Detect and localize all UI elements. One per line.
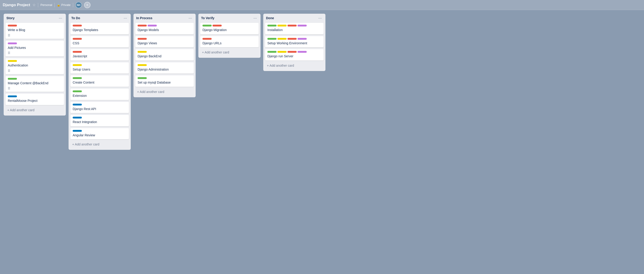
- label-red: [288, 38, 297, 40]
- label-red: [288, 25, 297, 26]
- visibility-label: Private: [61, 3, 70, 7]
- add-card-btn-inprocess[interactable]: + Add another card: [135, 89, 194, 95]
- card-labels-t6: [73, 90, 126, 92]
- card-d2[interactable]: Setup Working Environment: [265, 36, 324, 47]
- board-title: Django Project: [3, 3, 30, 7]
- card-c1[interactable]: Write a Blog☰: [6, 23, 64, 39]
- column-todo: To Do···Django TemplatesCSSJavascriptSet…: [68, 14, 131, 150]
- column-title-todo: To Do: [71, 16, 80, 20]
- add-card-btn-story[interactable]: + Add another card: [6, 107, 64, 113]
- label-red: [288, 51, 297, 53]
- card-c5[interactable]: RentalMoose Project: [6, 94, 64, 105]
- card-labels-t1: [73, 25, 126, 26]
- label-blue: [73, 130, 82, 132]
- card-labels-p2: [138, 38, 192, 40]
- card-title-t5: Create Content: [73, 80, 126, 85]
- card-footer-c2: ☰: [8, 51, 62, 54]
- label-blue: [73, 117, 82, 118]
- card-d1[interactable]: Installation: [265, 23, 324, 34]
- lock-icon: 🔒: [57, 3, 60, 7]
- card-title-t1: Django Templates: [73, 28, 126, 32]
- card-labels-t3: [73, 51, 126, 53]
- card-labels-t2: [73, 38, 126, 40]
- card-title-c3: Authentication: [8, 63, 62, 68]
- card-title-t9: Angular Review: [73, 133, 126, 138]
- card-t5[interactable]: Create Content: [70, 75, 129, 87]
- card-title-p1: Django Models: [138, 28, 192, 32]
- card-d3[interactable]: Django run Server: [265, 49, 324, 60]
- card-labels-p1: [138, 25, 192, 26]
- column-menu-todo[interactable]: ···: [123, 16, 128, 20]
- label-yellow: [278, 25, 286, 26]
- star-icon[interactable]: ☆: [32, 3, 36, 7]
- card-t3[interactable]: Javascript: [70, 49, 129, 60]
- card-p3[interactable]: Django BackEnd: [135, 49, 194, 60]
- card-t6[interactable]: Extension: [70, 89, 129, 100]
- card-labels-t9: [73, 130, 126, 132]
- add-member-button[interactable]: +: [84, 2, 90, 8]
- add-card-btn-toverify[interactable]: + Add another card: [200, 49, 259, 55]
- card-labels-c5: [8, 95, 62, 97]
- column-header-todo: To Do···: [70, 16, 129, 21]
- card-c2[interactable]: Add Pictures☰: [6, 41, 64, 57]
- label-red: [202, 38, 212, 40]
- card-t2[interactable]: CSS: [70, 36, 129, 47]
- card-title-t7: Django Rest API: [73, 107, 126, 111]
- card-labels-p5: [138, 77, 192, 79]
- card-t4[interactable]: Setup Users: [70, 62, 129, 74]
- column-menu-toverify[interactable]: ···: [252, 16, 258, 20]
- card-title-c5: RentalMoose Project: [8, 99, 62, 103]
- label-red: [138, 38, 147, 40]
- card-p1[interactable]: Django Models: [135, 23, 194, 34]
- column-menu-inprocess[interactable]: ···: [188, 16, 193, 20]
- card-p5[interactable]: Set up mysql Database: [135, 75, 194, 87]
- column-header-done: Done···: [265, 16, 324, 21]
- card-t1[interactable]: Django Templates: [70, 23, 129, 34]
- card-title-d3: Django run Server: [268, 54, 321, 59]
- card-labels-v1: [202, 25, 256, 26]
- card-labels-v2: [202, 38, 256, 40]
- card-t9[interactable]: Angular Review: [70, 128, 129, 140]
- description-icon-c2: ☰: [8, 51, 10, 54]
- add-card-btn-todo[interactable]: + Add another card: [70, 141, 129, 148]
- card-t7[interactable]: Django Rest API: [70, 102, 129, 113]
- card-footer-c1: ☰: [8, 34, 62, 37]
- add-card-btn-done[interactable]: + Add another card: [265, 62, 324, 69]
- card-title-p5: Set up mysql Database: [138, 80, 192, 85]
- divider-1: [38, 3, 38, 7]
- card-title-p4: Django Administration: [138, 67, 192, 72]
- label-green: [268, 25, 276, 26]
- card-p2[interactable]: Django Views: [135, 36, 194, 47]
- card-title-p2: Django Views: [138, 41, 192, 46]
- card-title-c2: Add Pictures: [8, 46, 62, 50]
- label-green: [202, 25, 212, 26]
- label-yellow: [138, 64, 147, 66]
- column-story: Story···Write a Blog☰Add Pictures☰Authen…: [4, 14, 66, 116]
- card-v1[interactable]: Django Migration: [200, 23, 259, 34]
- column-header-inprocess: In Process···: [135, 16, 194, 21]
- card-title-t4: Setup Users: [73, 67, 126, 72]
- column-toverify: To Verify···Django MigrationDjango URLs+…: [198, 14, 260, 58]
- label-green: [268, 51, 276, 53]
- card-labels-c2: [8, 42, 62, 44]
- column-menu-done[interactable]: ···: [318, 16, 323, 20]
- column-menu-story[interactable]: ···: [58, 16, 63, 20]
- avatar-nh[interactable]: NH: [76, 2, 82, 8]
- card-labels-t8: [73, 117, 126, 118]
- divider-3: [73, 3, 73, 7]
- card-v2[interactable]: Django URLs: [200, 36, 259, 47]
- card-c3[interactable]: Authentication☰: [6, 58, 64, 74]
- label-purple: [298, 25, 307, 26]
- card-p4[interactable]: Django Administration: [135, 62, 194, 74]
- card-labels-c1: [8, 25, 62, 26]
- card-c4[interactable]: Manage Content @BackEnd☰: [6, 76, 64, 92]
- label-green: [138, 77, 147, 79]
- column-inprocess: In Process···Django ModelsDjango ViewsDj…: [134, 14, 196, 97]
- description-icon-c3: ☰: [8, 69, 10, 72]
- label-blue: [8, 95, 17, 97]
- card-t8[interactable]: React Integration: [70, 115, 129, 126]
- column-title-toverify: To Verify: [201, 16, 214, 20]
- card-title-p3: Django BackEnd: [138, 54, 192, 59]
- label-green: [268, 38, 276, 40]
- label-red: [73, 51, 82, 53]
